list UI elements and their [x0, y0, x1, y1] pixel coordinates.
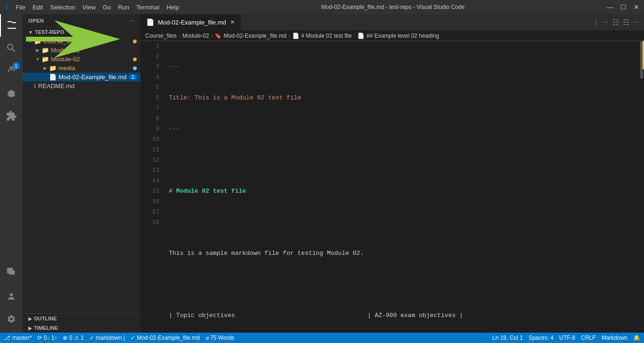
tree-item-mod02-example[interactable]: 📄 Mod-02-Example_file.md 1 — [23, 73, 140, 82]
status-bell[interactable]: 🔔 — [633, 335, 640, 341]
line-ending-text: CRLF — [581, 335, 595, 341]
more-actions-icon[interactable]: ··· — [602, 18, 608, 26]
repo-section[interactable]: ▼ TEST-REPO — [23, 27, 140, 37]
scrollbar[interactable] — [637, 41, 644, 333]
customize-layout-icon[interactable]: ··· — [633, 18, 639, 26]
panel-icon[interactable]: ☷ — [623, 18, 629, 27]
extensions-icon — [6, 110, 17, 122]
status-branch[interactable]: ⎇ master* — [4, 335, 32, 341]
sidebar: OPEN ··· ▼ TEST-REPO ▼ 📁 Course_files — [23, 14, 140, 333]
activity-source-control[interactable]: 1 — [0, 59, 23, 82]
status-bar: ⎇ master* ⟳ 0↓ 1↑ ⊗ 0 ⚠ 1 ✓ markdown | ✓… — [0, 333, 644, 343]
status-line-ending[interactable]: CRLF — [581, 335, 595, 341]
expand-arrow-icon: ▼ — [26, 39, 34, 44]
menu-edit[interactable]: Edit — [33, 4, 43, 11]
code-text: Title: This is a Module 02 test file — [169, 93, 301, 103]
split-editor-icon[interactable]: ⎱ — [594, 18, 598, 26]
course-files-label: Course_files — [43, 38, 77, 45]
breadcrumb-sep1: › — [179, 33, 181, 39]
errors-text: ⊗ 0 ⚠ 1 — [63, 335, 83, 341]
debug-icon — [6, 88, 17, 99]
menu-bar: File Edit Selection View Go Run Terminal… — [16, 4, 179, 11]
code-editor[interactable]: --- Title: This is a Module 02 test file… — [164, 41, 637, 333]
outline-section[interactable]: ▶ OUTLINE — [23, 314, 140, 323]
repo-arrow-icon: ▼ — [28, 30, 33, 35]
code-line-3: --- — [169, 124, 633, 134]
status-words[interactable]: ⌀ 75 Words — [206, 335, 234, 341]
code-line-9: | Topic objectives | AZ-900 exam objecti… — [169, 310, 633, 321]
status-language[interactable]: Markdown — [602, 335, 627, 341]
tree-item-module-02[interactable]: ▼ 📁 Module-02 — [23, 55, 140, 64]
repo-label: TEST-REPO — [35, 29, 64, 35]
menu-file[interactable]: File — [16, 4, 25, 11]
activity-search[interactable] — [0, 37, 23, 59]
folder-open-icon: 📁 — [41, 56, 49, 63]
breadcrumb-module02[interactable]: Module-02 — [182, 33, 209, 39]
mod02-file-label: Mod-02-Example_file.md — [58, 74, 127, 81]
maximize-button[interactable]: ☐ — [620, 3, 627, 11]
markdown-file-icon: 📄 — [49, 74, 57, 81]
activity-bar: 1 — [0, 14, 23, 333]
layout-icon[interactable]: ☷ — [612, 18, 619, 27]
status-position[interactable]: Ln 18, Col 1 — [492, 335, 523, 341]
close-button[interactable]: ✕ — [634, 3, 639, 11]
tree-item-module-01[interactable]: ▶ 📁 Module-01 — [23, 46, 140, 55]
activity-debug[interactable] — [0, 82, 23, 105]
status-encoding[interactable]: UTF-8 — [559, 335, 575, 341]
status-spaces[interactable]: Spaces: 4 — [528, 335, 553, 341]
tree-item-media[interactable]: ▶ 📁 media — [23, 64, 140, 73]
timeline-section[interactable]: ▶ TIMELINE — [23, 323, 140, 333]
sidebar-more-icon[interactable]: ··· — [130, 18, 135, 24]
menu-selection[interactable]: Selection — [50, 4, 75, 11]
breadcrumb-sep2: › — [211, 33, 213, 39]
svg-point-2 — [11, 69, 12, 70]
editor-content: 12345 678910 1112131415 161718 --- Title… — [140, 41, 644, 333]
breadcrumb-course-files[interactable]: Course_files — [145, 33, 177, 39]
menu-view[interactable]: View — [83, 4, 96, 11]
search-icon — [6, 42, 17, 54]
tree-item-readme[interactable]: ℹ README.md — [23, 82, 140, 90]
tree-item-course-files[interactable]: ▼ 📁 Course_files — [23, 37, 140, 46]
sidebar-bottom: ▶ OUTLINE ▶ TIMELINE — [23, 313, 140, 333]
menu-go[interactable]: Go — [103, 4, 111, 11]
words-text: ⌀ 75 Words — [206, 335, 234, 341]
activity-remote[interactable] — [0, 260, 23, 283]
modified-dot — [133, 40, 137, 43]
status-sync[interactable]: ⟳ 0↓ 1↑ — [37, 335, 57, 341]
activity-explorer[interactable] — [0, 14, 23, 37]
tab-close-button[interactable]: ✕ — [230, 19, 235, 25]
tab-label: Mod-02-Example_file.md — [158, 19, 226, 26]
info-icon: ℹ — [34, 83, 36, 90]
folder-icon: 📁 — [49, 65, 57, 72]
folder-open-icon: 📁 — [34, 38, 41, 45]
minimize-button[interactable]: — — [607, 3, 613, 11]
sidebar-header: OPEN ··· — [23, 14, 140, 27]
tab-file-icon: 📄 — [146, 18, 154, 26]
breadcrumb-h2[interactable]: ## Example level 02 heading — [366, 33, 439, 39]
breadcrumb-h1[interactable]: # Module 02 test file — [301, 33, 352, 39]
activity-settings[interactable] — [0, 308, 23, 330]
activity-extensions[interactable] — [0, 105, 23, 127]
outline-label: OUTLINE — [34, 316, 57, 321]
status-errors[interactable]: ⊗ 0 ⚠ 1 — [63, 335, 83, 341]
branch-name: master* — [12, 335, 32, 341]
code-line-6 — [169, 217, 633, 228]
menu-run[interactable]: Run — [118, 4, 129, 11]
status-file-check[interactable]: ✓ Mod-02-Example_file.md — [131, 335, 200, 341]
expand-arrow-icon: ▶ — [34, 48, 41, 53]
breadcrumb-filename[interactable]: Mod-02-Example_file.md — [223, 33, 286, 39]
window-controls: — ☐ ✕ — [607, 3, 639, 11]
menu-terminal[interactable]: Terminal — [136, 4, 159, 11]
code-line-5: # Module 02 test file — [169, 186, 633, 196]
bell-icon: 🔔 — [633, 335, 640, 341]
menu-help[interactable]: Help — [166, 4, 179, 11]
timeline-label: TIMELINE — [34, 325, 58, 331]
breadcrumb-sep3: › — [289, 33, 290, 39]
code-text: --- — [169, 62, 180, 72]
vscode-logo-icon: ￨ — [5, 3, 8, 11]
status-markdown[interactable]: ✓ markdown | — [90, 335, 125, 341]
position-text: Ln 18, Col 1 — [492, 335, 523, 341]
activity-accounts[interactable] — [0, 285, 23, 308]
window-title: Mod-02-Example_file.md - test-repo - Vis… — [321, 4, 464, 10]
editor-tab-mod02[interactable]: 📄 Mod-02-Example_file.md ✕ — [140, 14, 241, 31]
